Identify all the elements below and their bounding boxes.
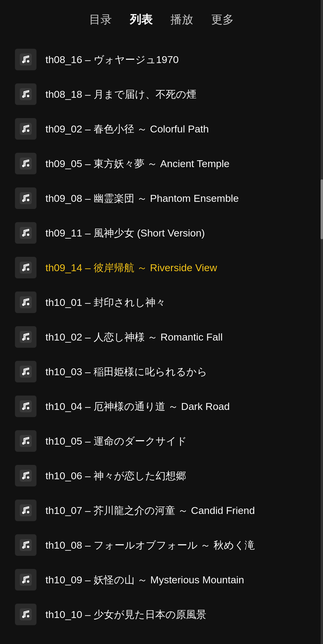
nav-item-播放[interactable]: 播放 bbox=[170, 12, 193, 27]
svg-point-20 bbox=[27, 268, 29, 271]
svg-rect-15 bbox=[20, 227, 32, 239]
svg-point-34 bbox=[22, 442, 25, 445]
list-item[interactable]: th08_16 – ヴォヤージュ1970 bbox=[0, 42, 323, 77]
svg-point-32 bbox=[27, 407, 29, 409]
svg-rect-36 bbox=[20, 470, 32, 482]
list-item[interactable]: th09_08 – 幽霊楽団 ～ Phantom Ensemble bbox=[0, 181, 323, 216]
svg-point-13 bbox=[22, 199, 25, 202]
svg-rect-24 bbox=[20, 331, 32, 343]
track-title: th10_03 – 稲田姫様に叱られるから bbox=[45, 365, 207, 378]
track-title: th08_18 – 月まで届け、不死の煙 bbox=[45, 88, 196, 101]
scrollbar-thumb[interactable] bbox=[321, 179, 323, 239]
nav-bar: 目录列表播放更多 bbox=[0, 0, 323, 36]
track-title: th10_06 – 神々が恋した幻想郷 bbox=[45, 469, 186, 482]
music-icon bbox=[15, 187, 36, 209]
svg-point-23 bbox=[27, 303, 29, 305]
nav-item-更多[interactable]: 更多 bbox=[211, 12, 234, 27]
list-item[interactable]: th10_10 – 少女が見た日本の原風景 bbox=[0, 597, 323, 632]
svg-rect-45 bbox=[20, 574, 32, 586]
music-icon bbox=[15, 500, 36, 521]
track-list: th08_16 – ヴォヤージュ1970 th08_18 – 月まで届け、不死の… bbox=[0, 36, 323, 638]
nav-item-目录[interactable]: 目录 bbox=[89, 12, 112, 27]
track-title: th10_01 – 封印されし神々 bbox=[45, 296, 166, 309]
svg-point-16 bbox=[22, 234, 25, 236]
music-icon bbox=[15, 326, 36, 348]
svg-point-49 bbox=[22, 616, 25, 618]
track-title: th08_16 – ヴォヤージュ1970 bbox=[45, 53, 179, 66]
list-item[interactable]: th10_09 – 妖怪の山 ～ Mysterious Mountain bbox=[0, 562, 323, 597]
list-item[interactable]: th08_18 – 月まで届け、不死の煙 bbox=[0, 77, 323, 112]
svg-point-29 bbox=[27, 372, 29, 375]
svg-point-37 bbox=[22, 477, 25, 479]
svg-point-7 bbox=[22, 130, 25, 132]
svg-point-4 bbox=[22, 95, 25, 98]
list-item[interactable]: th10_05 – 運命のダークサイド bbox=[0, 424, 323, 458]
svg-rect-3 bbox=[20, 88, 32, 100]
scrollbar[interactable] bbox=[321, 0, 323, 644]
track-title: th10_02 – 人恋し神様 ～ Romantic Fall bbox=[45, 330, 223, 344]
music-icon bbox=[15, 396, 36, 417]
nav-item-列表[interactable]: 列表 bbox=[130, 12, 153, 27]
list-item[interactable]: th09_05 – 東方妖々夢 ～ Ancient Temple bbox=[0, 146, 323, 181]
svg-rect-30 bbox=[20, 400, 32, 412]
list-item[interactable]: th10_04 – 厄神様の通り道 ～ Dark Road bbox=[0, 389, 323, 424]
svg-rect-42 bbox=[20, 539, 32, 551]
list-item[interactable]: th09_14 – 彼岸帰航 ～ Riverside View bbox=[0, 250, 323, 285]
svg-point-38 bbox=[27, 476, 29, 479]
svg-point-46 bbox=[22, 581, 25, 583]
svg-point-47 bbox=[27, 580, 29, 583]
list-item[interactable]: th10_08 – フォールオブフォール ～ 秋めく滝 bbox=[0, 528, 323, 562]
music-icon bbox=[15, 430, 36, 452]
svg-point-5 bbox=[27, 95, 29, 97]
svg-point-26 bbox=[27, 338, 29, 340]
music-icon bbox=[15, 83, 36, 105]
track-title: th10_04 – 厄神様の通り道 ～ Dark Road bbox=[45, 400, 230, 413]
list-item[interactable]: th10_03 – 稲田姫様に叱られるから bbox=[0, 354, 323, 389]
svg-rect-0 bbox=[20, 54, 32, 65]
list-item[interactable]: th09_11 – 風神少女 (Short Version) bbox=[0, 216, 323, 250]
list-item[interactable]: th10_06 – 神々が恋した幻想郷 bbox=[0, 458, 323, 493]
music-icon bbox=[15, 49, 36, 70]
svg-point-11 bbox=[27, 164, 29, 167]
music-icon bbox=[15, 222, 36, 244]
svg-point-22 bbox=[22, 303, 25, 306]
svg-point-10 bbox=[22, 165, 25, 167]
list-item[interactable]: th09_02 – 春色小径 ～ Colorful Path bbox=[0, 112, 323, 146]
svg-point-14 bbox=[27, 199, 29, 201]
svg-rect-18 bbox=[20, 262, 32, 274]
track-title: th10_05 – 運命のダークサイド bbox=[45, 434, 187, 448]
track-title: th09_14 – 彼岸帰航 ～ Riverside View bbox=[45, 261, 217, 274]
svg-rect-6 bbox=[20, 123, 32, 135]
list-item[interactable]: th10_02 – 人恋し神様 ～ Romantic Fall bbox=[0, 320, 323, 354]
track-title: th09_05 – 東方妖々夢 ～ Ancient Temple bbox=[45, 157, 229, 170]
track-title: th09_02 – 春色小径 ～ Colorful Path bbox=[45, 122, 209, 135]
music-icon bbox=[15, 465, 36, 486]
svg-point-41 bbox=[27, 511, 29, 513]
music-icon bbox=[15, 604, 36, 625]
music-icon bbox=[15, 292, 36, 313]
music-icon bbox=[15, 534, 36, 556]
track-title: th10_09 – 妖怪の山 ～ Mysterious Mountain bbox=[45, 573, 244, 586]
svg-point-17 bbox=[27, 234, 29, 236]
svg-rect-39 bbox=[20, 504, 32, 516]
svg-rect-21 bbox=[20, 296, 32, 308]
svg-point-44 bbox=[27, 546, 29, 548]
track-title: th09_11 – 風神少女 (Short Version) bbox=[45, 226, 205, 239]
music-icon bbox=[15, 257, 36, 278]
track-title: th10_08 – フォールオブフォール ～ 秋めく滝 bbox=[45, 538, 255, 552]
svg-point-8 bbox=[27, 129, 29, 132]
track-title: th10_07 – 芥川龍之介の河童 ～ Candid Friend bbox=[45, 504, 255, 517]
list-item[interactable]: th10_01 – 封印されし神々 bbox=[0, 285, 323, 320]
svg-rect-27 bbox=[20, 366, 32, 378]
svg-point-25 bbox=[22, 338, 25, 341]
track-title: th09_08 – 幽霊楽団 ～ Phantom Ensemble bbox=[45, 192, 239, 205]
music-icon bbox=[15, 153, 36, 174]
svg-point-43 bbox=[22, 546, 25, 549]
svg-point-40 bbox=[22, 512, 25, 514]
music-icon bbox=[15, 118, 36, 140]
track-title: th10_10 – 少女が見た日本の原風景 bbox=[45, 608, 206, 621]
list-item[interactable]: th10_07 – 芥川龍之介の河童 ～ Candid Friend bbox=[0, 493, 323, 528]
svg-point-28 bbox=[22, 373, 25, 375]
svg-rect-12 bbox=[20, 192, 32, 204]
music-icon bbox=[15, 361, 36, 382]
